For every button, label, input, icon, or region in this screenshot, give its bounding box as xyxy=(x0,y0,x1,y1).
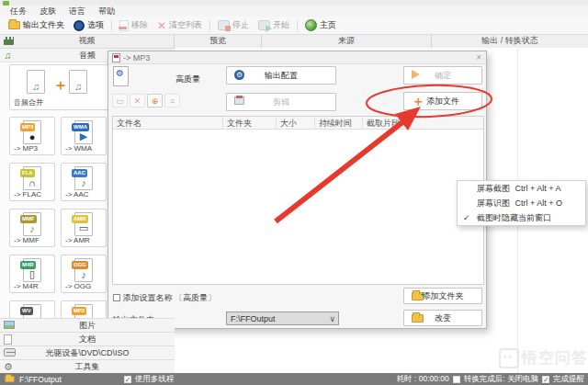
stop-button[interactable]: 停止 xyxy=(213,17,254,33)
clear-small-button[interactable]: ✕ xyxy=(130,94,145,108)
column-header-row: 视频 预览 来源 输出 / 转换状态 xyxy=(0,35,588,48)
menu-item-screen-ocr[interactable]: 屏幕识图 Ctrl + Alt + O xyxy=(458,196,585,210)
column-size[interactable]: 大小 xyxy=(277,118,315,129)
tile-audio-merge[interactable]: ♫ ＋ ♫ 音频合并 xyxy=(9,64,108,110)
remove-small-icon: ▭ xyxy=(116,96,124,106)
plus-icon: ＋ xyxy=(53,76,68,96)
stop-icon xyxy=(218,20,230,30)
multithread-label: 使用多线程 xyxy=(135,374,175,385)
add-folder-button[interactable]: 添加文件夹 xyxy=(403,288,482,304)
tile-to-aac[interactable]: AAC ♪ -> AAC xyxy=(61,163,107,201)
menu-task[interactable]: 任务 xyxy=(4,6,33,17)
sidebar-section-document[interactable]: 文档 xyxy=(0,332,175,346)
dialog-titlebar: -> MP3 × xyxy=(108,51,486,64)
menu-help[interactable]: 帮助 xyxy=(92,6,121,17)
disc-drive-icon xyxy=(4,348,16,357)
sidebar-section-picture[interactable]: 图片 xyxy=(0,318,175,333)
toolbar-separator xyxy=(209,19,210,32)
toolbar-separator xyxy=(297,19,298,32)
mp2-file-icon: MP2 xyxy=(74,304,93,318)
audio-file-icon: ♫ xyxy=(69,70,87,94)
sidebar-header-video[interactable]: 视频 xyxy=(0,35,175,48)
column-source[interactable]: 来源 xyxy=(262,35,432,48)
option-small-button[interactable]: ⊕ xyxy=(147,94,163,108)
gear-icon xyxy=(74,20,85,31)
dialog-title: -> MP3 xyxy=(123,53,150,62)
tile-to-flac[interactable]: FLA ∩ -> FLAC xyxy=(9,163,55,201)
tile-to-wv-partial[interactable]: WV xyxy=(9,300,55,318)
column-folder[interactable]: 文件夹 xyxy=(223,118,277,129)
sidebar-bottom-sections: 图片 文档 光驱设备\DVD\CD\ISO ⚙ 工具集 xyxy=(0,318,175,373)
notify-checkbox[interactable]: ✓ xyxy=(542,376,549,383)
video-icon xyxy=(4,37,14,45)
mp3-dialog: -> MP3 × 高质量 ⚙ 输出配置 确定 ▭ ✕ ⊕ ≡ 剪辑 ＋ 添加文件… xyxy=(107,51,487,329)
quality-profile-icon xyxy=(113,66,129,86)
start-icon xyxy=(258,20,270,30)
column-filename[interactable]: 文件名 xyxy=(113,118,223,129)
add-folder-icon xyxy=(412,292,424,300)
remove-file-small-button[interactable]: ▭ xyxy=(112,94,128,108)
home-button[interactable]: 主页 xyxy=(300,17,341,33)
options-button[interactable]: 选项 xyxy=(69,17,108,33)
music-note-icon: ♫ xyxy=(4,51,11,61)
globe-icon xyxy=(305,19,317,31)
tab-preview[interactable]: 预览 xyxy=(175,35,262,48)
add-name-checkbox-row[interactable]: 添加设置名称 〔高质量〕 xyxy=(113,292,216,304)
quality-profile-label: 高质量 xyxy=(175,74,200,85)
dialog-close-icon[interactable]: × xyxy=(476,52,481,62)
add-name-checkbox[interactable] xyxy=(113,294,120,301)
remove-button[interactable]: 移除 xyxy=(115,17,153,33)
document-icon xyxy=(4,334,12,345)
menu-skin[interactable]: 皮肤 xyxy=(33,6,62,17)
output-folder-button[interactable]: 输出文件夹 xyxy=(4,17,69,33)
column-clip-segment[interactable]: 截取片段 xyxy=(363,118,483,129)
change-folder-icon xyxy=(412,314,424,323)
toolbar-separator xyxy=(111,19,112,32)
checkmark-icon: ✓ xyxy=(463,210,470,225)
watermark-logo-icon xyxy=(499,348,519,368)
info-small-button[interactable]: ≡ xyxy=(164,94,180,108)
tile-to-m4r[interactable]: M4R ▯ -> M4R xyxy=(9,255,55,293)
tile-to-wma[interactable]: WMA ▶ -> WMA xyxy=(61,117,107,155)
column-duration[interactable]: 持续时间 xyxy=(315,118,363,129)
output-folder-select[interactable]: F:\FFOutput ∨ xyxy=(226,311,339,325)
ok-arrow-icon xyxy=(412,70,420,79)
picture-icon xyxy=(4,321,15,329)
elapsed-time: 耗时 : 00:00:00 xyxy=(397,374,449,385)
tile-to-amr[interactable]: AMR ▭ -> AMR xyxy=(61,209,107,247)
tile-to-mmf[interactable]: MMF ♪ -> MMF xyxy=(9,209,55,247)
change-button[interactable]: 改变 xyxy=(403,310,482,326)
status-folder-icon xyxy=(5,376,14,382)
option-small-icon: ⊕ xyxy=(152,96,159,106)
clip-button[interactable]: 剪辑 xyxy=(226,93,336,111)
output-config-button[interactable]: ⚙ 输出配置 xyxy=(226,66,336,85)
status-bar: F:\FFOutput ✓ 使用多线程 耗时 : 00:00:00 转换完成后:… xyxy=(0,373,588,385)
start-button[interactable]: 开始 xyxy=(254,17,294,33)
info-small-icon: ≡ xyxy=(170,96,175,106)
menu-language[interactable]: 语言 xyxy=(62,6,92,17)
add-file-plus-icon: ＋ xyxy=(412,96,424,107)
tile-to-mp3[interactable]: MP3 ● -> MP3 xyxy=(9,117,55,155)
screenshot-context-menu: 屏幕截图 Ctrl + Alt + A 屏幕识图 Ctrl + Alt + O … xyxy=(457,180,586,226)
app-window: 任务 皮肤 语言 帮助 输出文件夹 选项 移除 ✕ 清空列表 停止 开始 xyxy=(0,0,588,385)
dialog-icon xyxy=(112,53,120,62)
m4r-file-icon: M4R ▯ xyxy=(23,258,41,282)
sidebar-section-disc[interactable]: 光驱设备\DVD\CD\ISO xyxy=(0,345,175,360)
file-list[interactable]: 文件名 文件夹 大小 持续时间 截取片段 xyxy=(112,116,484,285)
ok-button[interactable]: 确定 xyxy=(403,66,482,85)
clear-list-button[interactable]: ✕ 清空列表 xyxy=(153,17,207,33)
menu-item-screen-capture[interactable]: 屏幕截图 Ctrl + Alt + A xyxy=(458,181,585,196)
tile-to-ogg[interactable]: OGG ♪ -> OGG xyxy=(61,255,107,293)
menu-bar: 任务 皮肤 语言 帮助 xyxy=(0,6,588,17)
clear-x-icon: ✕ xyxy=(157,20,166,31)
watermark-text: 悟空问答 xyxy=(522,347,588,368)
tile-to-mp2-partial[interactable]: MP2 xyxy=(61,300,107,318)
aac-file-icon: AAC ♪ xyxy=(74,166,93,190)
sidebar-section-toolset[interactable]: ⚙ 工具集 xyxy=(0,359,175,374)
multithread-checkbox[interactable]: ✓ xyxy=(124,376,131,383)
add-file-button[interactable]: ＋ 添加文件 xyxy=(403,92,482,110)
menu-item-hide-window[interactable]: ✓ 截图时隐藏当前窗口 xyxy=(458,210,585,225)
shutdown-checkbox[interactable] xyxy=(453,376,460,383)
column-output-status[interactable]: 输出 / 转换状态 xyxy=(432,35,588,48)
config-gear-icon: ⚙ xyxy=(234,70,244,80)
